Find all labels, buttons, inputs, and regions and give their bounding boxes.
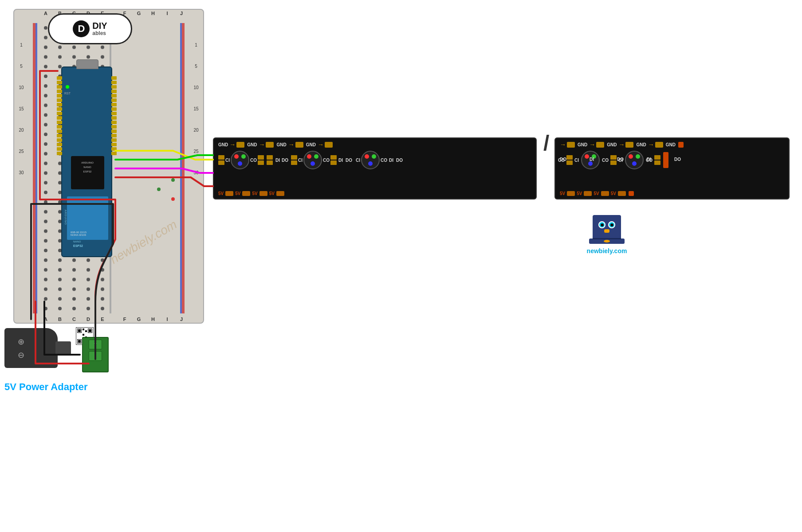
pin-d13	[57, 76, 62, 80]
svg-rect-19	[78, 329, 81, 332]
pin-b1	[111, 143, 117, 146]
5v-label-3: 5V	[252, 191, 257, 196]
arrow-2: →	[259, 141, 265, 148]
arrow-3: →	[288, 141, 295, 148]
col-h: H	[146, 11, 160, 16]
svg-point-13	[171, 178, 175, 182]
arduino-chip-label: ARDUINONANOESP32	[72, 160, 103, 173]
rail-left-blue	[35, 23, 37, 313]
pin-d9	[57, 103, 62, 106]
arduino-ublox-module: u-blox 00B-00 22/1	[67, 196, 109, 240]
di-pad-1	[267, 155, 273, 160]
pin-vbus	[111, 138, 117, 142]
owl-body	[596, 219, 618, 237]
row-r-10: 10	[192, 77, 200, 98]
pin-gnd-l	[57, 138, 62, 142]
pin-d14	[57, 90, 62, 93]
row-15: 15	[17, 98, 26, 119]
strip2-end-mid-pad	[663, 152, 668, 168]
co-pad-top-2	[330, 155, 337, 160]
terminal-block	[82, 337, 109, 372]
strip2-5v-pad-4	[618, 191, 626, 196]
ci-label-3: CI	[356, 158, 360, 163]
led-strip-segment-2: → GND → GND → GND → GND CO CI CO CI	[554, 137, 790, 200]
strip2-led-1-blue	[588, 161, 593, 166]
gnd-pad-1	[236, 142, 244, 148]
co-pads-2	[330, 155, 337, 165]
arrow-4: →	[318, 141, 324, 148]
pin-d8	[57, 107, 62, 111]
row-25: 25	[17, 141, 26, 162]
row-5: 5	[17, 55, 26, 77]
strip2-co-pad-t2	[610, 155, 617, 160]
arduino-pins-left	[57, 76, 62, 155]
pin-d0	[111, 134, 117, 137]
ci-label-1: CI	[225, 158, 230, 163]
strip2-gnd-3: GND	[636, 142, 646, 147]
gnd-label-2: GND	[247, 142, 257, 147]
do-pad-1	[267, 160, 273, 165]
strip-5v-row: 5V 5V 5V 5V	[214, 191, 536, 196]
arduino-pins-right	[111, 76, 117, 155]
row-r-1: 1	[192, 34, 200, 55]
svg-point-15	[171, 197, 175, 201]
pin-a2	[111, 116, 117, 120]
do-label-3: DO	[396, 158, 403, 163]
svg-rect-22	[89, 329, 91, 332]
owl-laptop-dot	[604, 240, 610, 243]
adapter-barrel-connector	[55, 341, 71, 355]
strip2-gnd-row: → GND → GND → GND → GND	[555, 141, 789, 148]
row-r-30: 30	[192, 162, 200, 183]
5v-label-1: 5V	[218, 191, 224, 196]
owl-ear-left	[598, 215, 605, 220]
strip2-gnd-4: GND	[666, 142, 676, 147]
col-a: A	[39, 11, 53, 16]
strip2-arrow-2: →	[589, 141, 595, 148]
arrow-1: →	[229, 141, 236, 148]
led-2-blue	[311, 161, 315, 166]
row-numbers-right: 1 5 10 15 20 25 30	[192, 34, 200, 183]
pin-d4	[57, 125, 62, 129]
strip2-arrow-1: →	[560, 141, 566, 148]
adapter-negative-symbol: ⊖	[18, 350, 24, 360]
owl-pupil-right	[610, 223, 613, 227]
owl-eye-right	[608, 221, 615, 228]
gnd-pad-2	[266, 142, 274, 148]
pin-a4	[111, 107, 117, 111]
co-pad-bot-2	[330, 160, 337, 165]
column-labels-bottom: A B C D E F G H I J	[39, 317, 189, 322]
strip-node-3: CI CO	[356, 151, 387, 169]
row-r-25: 25	[192, 141, 200, 162]
rail-right-red	[182, 23, 185, 313]
strip2-led-2	[625, 151, 644, 169]
led-strip-segment-1: GND → GND → GND → GND → CI CO	[213, 137, 537, 200]
do-label-1: DO	[282, 158, 288, 163]
co-label-1: CO	[250, 158, 257, 163]
di-label-1: DI	[275, 158, 280, 163]
terminal-screw-positive	[89, 340, 102, 349]
col-bot-j: J	[174, 317, 189, 322]
strip-gnd-node-1: GND →	[218, 141, 236, 148]
strip-node-1: CI CO	[218, 151, 264, 169]
col-bot-f: F	[118, 317, 132, 322]
ci-pad-bot-1	[218, 160, 224, 165]
strip2-co-pads-3	[654, 155, 660, 165]
col-i: I	[160, 11, 174, 16]
arduino-led-green	[66, 85, 69, 89]
row-r-20: 20	[192, 119, 200, 141]
led-3-blue	[368, 161, 373, 166]
strip2-co-pads-1	[566, 155, 573, 165]
gnd-pad-3	[295, 142, 303, 148]
adapter-body: ⊕ ⊖	[4, 328, 58, 368]
strip2-led-2-blue	[632, 161, 637, 166]
strip-divider: /	[543, 131, 549, 155]
co-label-2: CO	[323, 158, 330, 163]
strip2-led-1	[581, 151, 600, 169]
strip-mid-row: CI CO DI DO CI	[214, 151, 536, 169]
pin-d16	[57, 98, 62, 102]
pin-vpn	[111, 152, 117, 155]
strip2-5v-2: 5V	[577, 191, 582, 196]
pin-vin	[111, 76, 117, 80]
row-10: 10	[17, 77, 26, 98]
ci-label-2: CI	[298, 158, 303, 163]
